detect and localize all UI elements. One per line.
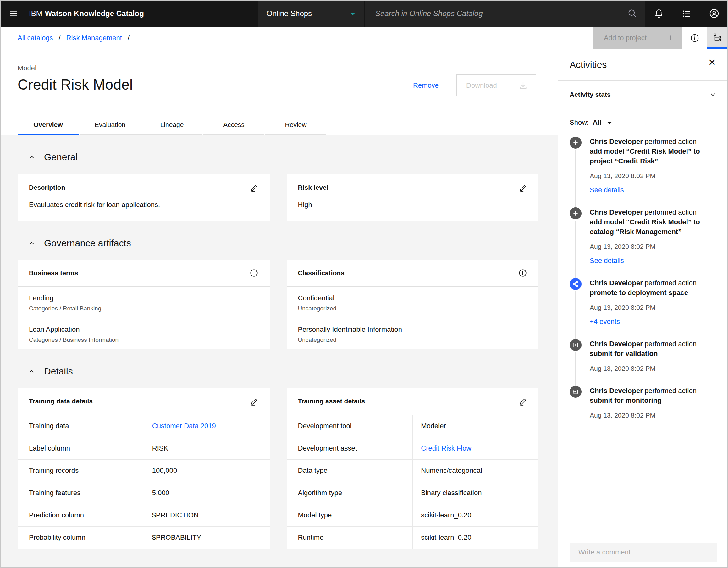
catalog-dropdown-value: Online Shops: [267, 9, 347, 18]
main-area: Model Credit Risk Model Remove Download …: [0, 49, 728, 568]
row-label: Training data: [18, 415, 144, 437]
activity-actor: Chris Developer: [590, 279, 643, 287]
business-term-row[interactable]: Loan Application Categories / Business I…: [18, 317, 270, 349]
section-governance-header: Governance artifacts: [18, 238, 538, 249]
training-data-link[interactable]: Customer Data 2019: [152, 422, 216, 430]
show-filter[interactable]: Show: All: [558, 108, 728, 130]
add-to-project-button[interactable]: Add to project +: [593, 27, 682, 49]
row-label: Algorithm type: [287, 482, 413, 504]
activity-intro: performed action: [643, 340, 697, 348]
chevron-down-icon: [350, 13, 355, 15]
account-button[interactable]: [700, 0, 728, 27]
breadcrumb-link-all-catalogs[interactable]: All catalogs: [18, 34, 53, 42]
table-row: Training data Customer Data 2019: [18, 415, 270, 437]
close-panel-button[interactable]: ✕: [707, 57, 717, 69]
activity-action: add model “Credit Risk Model” to catalog…: [590, 217, 715, 237]
activity-action: submit for monitoring: [590, 395, 697, 405]
download-label: Download: [466, 81, 497, 90]
activity-item: Chris Developer performed action submit …: [570, 339, 717, 386]
add-classification-button[interactable]: [518, 269, 527, 278]
business-terms-title: Business terms: [29, 269, 78, 277]
catalog-dropdown[interactable]: Online Shops: [258, 0, 365, 27]
activity-timestamp: Aug 13, 2020 8:02 PM: [590, 410, 697, 420]
row-value: $PREDICTION: [144, 504, 270, 526]
switcher-button[interactable]: [673, 0, 700, 27]
submit-activity-icon: [570, 339, 582, 351]
row-value: 5,000: [144, 482, 270, 504]
search-input[interactable]: [375, 9, 627, 18]
notifications-button[interactable]: [645, 0, 673, 27]
hamburger-menu-icon: [9, 9, 18, 18]
edit-training-asset-button[interactable]: [519, 397, 527, 405]
row-label: Runtime: [287, 527, 413, 549]
development-asset-link[interactable]: Credit Risk Flow: [421, 444, 471, 452]
caret-down-icon: [607, 122, 612, 124]
table-row: Algorithm type Binary classification: [287, 482, 539, 504]
info-button[interactable]: [682, 27, 707, 49]
activity-timestamp: Aug 13, 2020 8:02 PM: [590, 302, 697, 312]
section-governance-title: Governance artifacts: [44, 238, 131, 249]
header-search: [365, 0, 645, 27]
classification-name: Confidential: [298, 294, 527, 302]
breadcrumb-link-risk-management[interactable]: Risk Management: [66, 34, 122, 42]
edit-training-data-button[interactable]: [250, 397, 258, 405]
flow-icon: [713, 33, 722, 42]
table-row: Development asset Credit Risk Flow: [287, 437, 539, 459]
row-label: Probability column: [18, 527, 144, 549]
row-value: Modeler: [412, 415, 538, 437]
edit-icon: [519, 397, 527, 405]
more-events-link[interactable]: +4 events: [590, 317, 620, 326]
collapse-chevron-icon[interactable]: [28, 240, 35, 247]
see-details-link[interactable]: See details: [590, 185, 624, 195]
section-details-header: Details: [18, 366, 538, 377]
show-filter-value: All: [593, 119, 601, 127]
table-row: Training records 100,000: [18, 459, 270, 482]
comment-input[interactable]: [570, 543, 717, 562]
activity-intro: performed action: [643, 208, 697, 216]
remove-button[interactable]: Remove: [413, 81, 439, 90]
breadcrumb-bar: All catalogs / Risk Management / Add to …: [0, 27, 728, 49]
collapse-chevron-icon[interactable]: [28, 154, 35, 161]
risk-level-value: High: [298, 201, 527, 209]
tab-lineage[interactable]: Lineage: [141, 115, 202, 135]
breadcrumb-separator: /: [59, 34, 61, 42]
tab-access[interactable]: Access: [203, 115, 264, 135]
activity-action: submit for validation: [590, 349, 697, 358]
activity-item: Chris Developer performed action submit …: [570, 386, 717, 433]
table-row: Probability column $PROBABILITY: [18, 526, 270, 549]
edit-risk-level-button[interactable]: [519, 184, 527, 192]
avatar-icon: [709, 8, 720, 19]
search-icon[interactable]: [627, 8, 637, 19]
tab-evaluation[interactable]: Evaluation: [80, 115, 141, 135]
classification-row[interactable]: Personally Identifiable Information Unca…: [287, 317, 539, 349]
edit-description-button[interactable]: [250, 184, 258, 192]
activity-actor: Chris Developer: [590, 208, 643, 216]
training-asset-details-card: Training asset details Development tool …: [287, 388, 539, 549]
tab-overview[interactable]: Overview: [18, 115, 79, 135]
see-details-link[interactable]: See details: [590, 256, 624, 266]
collapse-chevron-icon[interactable]: [28, 368, 35, 375]
list-icon: [681, 8, 692, 19]
activity-timestamp: Aug 13, 2020 8:02 PM: [590, 363, 697, 373]
business-term-row[interactable]: Lending Categories / Retail Banking: [18, 286, 270, 317]
add-business-term-button[interactable]: [250, 269, 258, 278]
product-title: IBM Watson Knowledge Catalog: [29, 0, 144, 27]
breadcrumb-separator: /: [128, 34, 130, 42]
download-button[interactable]: Download: [456, 74, 536, 97]
section-details-title: Details: [44, 366, 73, 377]
term-name: Loan Application: [29, 325, 258, 333]
activity-stats-toggle[interactable]: Activity stats: [558, 81, 728, 108]
row-value: scikit-learn_0.20: [412, 527, 538, 549]
hamburger-menu-button[interactable]: [0, 0, 27, 27]
row-label: Training features: [18, 482, 144, 504]
table-row: Training features 5,000: [18, 482, 270, 504]
classification-row[interactable]: Confidential Uncategorized: [287, 286, 539, 317]
edit-icon: [519, 184, 527, 192]
app-header: IBM Watson Knowledge Catalog Online Shop…: [0, 0, 728, 27]
row-label: Training records: [18, 460, 144, 482]
bell-icon: [654, 8, 664, 19]
activity-actor: Chris Developer: [590, 138, 643, 146]
tab-review[interactable]: Review: [265, 115, 326, 135]
activities-view-button[interactable]: [707, 27, 728, 49]
table-row: Development tool Modeler: [287, 415, 539, 437]
